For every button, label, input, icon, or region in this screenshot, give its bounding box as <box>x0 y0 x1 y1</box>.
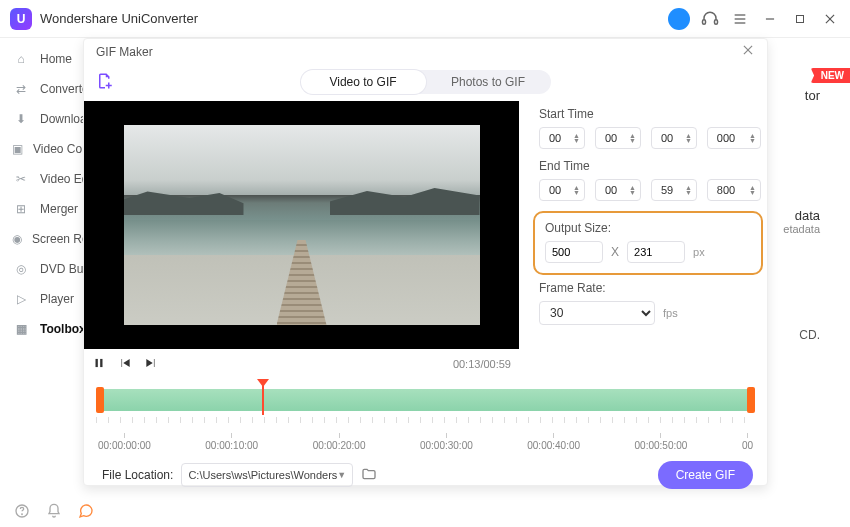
size-separator: X <box>611 245 619 259</box>
start-hour-stepper[interactable]: ▲▼ <box>539 127 585 149</box>
bg-cd-fragment: CD. <box>799 328 820 342</box>
bg-text-fragment: tor <box>805 88 820 103</box>
fps-unit-label: fps <box>663 307 678 319</box>
output-size-label: Output Size: <box>545 221 751 235</box>
timeline-start-handle[interactable] <box>96 387 104 413</box>
scissors-icon: ✂ <box>12 172 30 186</box>
start-sec-input[interactable] <box>656 132 678 144</box>
end-ms-stepper[interactable]: ▲▼ <box>707 179 761 201</box>
convert-icon: ⇄ <box>12 82 30 96</box>
create-gif-button[interactable]: Create GIF <box>658 461 753 489</box>
start-ms-stepper[interactable]: ▲▼ <box>707 127 761 149</box>
prev-frame-button[interactable] <box>118 356 132 373</box>
end-min-input[interactable] <box>600 184 622 196</box>
video-preview <box>84 101 519 349</box>
window-close-button[interactable] <box>820 9 840 29</box>
play-icon: ▷ <box>12 292 30 306</box>
tab-video-to-gif[interactable]: Video to GIF <box>301 70 426 94</box>
window-maximize-button[interactable] <box>790 9 810 29</box>
timeline-end-handle[interactable] <box>747 387 755 413</box>
output-size-highlight: Output Size: X px <box>533 211 763 275</box>
end-min-stepper[interactable]: ▲▼ <box>595 179 641 201</box>
size-unit-label: px <box>693 246 705 258</box>
sidebar-item-label: Player <box>40 292 74 306</box>
frame-rate-label: Frame Rate: <box>539 281 761 295</box>
window-minimize-button[interactable] <box>760 9 780 29</box>
file-location-select[interactable]: C:\Users\ws\Pictures\Wonders ▼ <box>181 463 353 487</box>
end-sec-stepper[interactable]: ▲▼ <box>651 179 697 201</box>
sidebar-item-label: Home <box>40 52 72 66</box>
record-icon: ◉ <box>12 232 22 246</box>
home-icon: ⌂ <box>12 52 30 66</box>
download-icon: ⬇ <box>12 112 30 126</box>
tick-label: 00:00:30:00 <box>420 433 473 451</box>
end-hour-input[interactable] <box>544 184 566 196</box>
file-location-label: File Location: <box>102 468 173 482</box>
tick-label: 00 <box>742 433 753 451</box>
timeline-ticks: 00:00:00:00 00:00:10:00 00:00:20:00 00:0… <box>96 433 755 451</box>
modal-title: GIF Maker <box>96 45 153 59</box>
sidebar-item-label: Toolbox <box>40 322 86 336</box>
modal-close-button[interactable] <box>741 43 755 61</box>
feedback-icon[interactable] <box>78 503 94 522</box>
bg-meta-sub: etadata <box>783 223 820 235</box>
frame-rate-select[interactable]: 30 <box>539 301 655 325</box>
add-file-icon[interactable] <box>96 72 116 92</box>
svg-rect-6 <box>797 15 804 22</box>
start-sec-stepper[interactable]: ▲▼ <box>651 127 697 149</box>
pause-button[interactable] <box>92 356 106 373</box>
start-min-input[interactable] <box>600 132 622 144</box>
start-ms-input[interactable] <box>712 132 740 144</box>
mode-tabs: Video to GIF Photos to GIF <box>301 70 551 94</box>
svg-point-10 <box>22 514 23 515</box>
start-hour-input[interactable] <box>544 132 566 144</box>
sidebar-item-label: Merger <box>40 202 78 216</box>
merge-icon: ⊞ <box>12 202 30 216</box>
next-frame-button[interactable] <box>144 356 158 373</box>
tick-label: 00:00:20:00 <box>313 433 366 451</box>
tick-label: 00:00:50:00 <box>635 433 688 451</box>
app-logo: U <box>10 8 32 30</box>
tick-label: 00:00:00:00 <box>98 433 151 451</box>
end-hour-stepper[interactable]: ▲▼ <box>539 179 585 201</box>
menu-icon[interactable] <box>730 9 750 29</box>
svg-rect-14 <box>100 358 102 366</box>
timeline-range <box>96 389 755 411</box>
output-height-input[interactable] <box>627 241 685 263</box>
chevron-down-icon: ▼ <box>337 470 346 480</box>
end-time-label: End Time <box>539 159 761 173</box>
video-time-display: 00:13/00:59 <box>453 358 511 370</box>
help-icon[interactable] <box>14 503 30 522</box>
app-title: Wondershare UniConverter <box>40 11 198 26</box>
tick-label: 00:00:40:00 <box>527 433 580 451</box>
open-folder-icon[interactable] <box>361 466 377 485</box>
start-time-label: Start Time <box>539 107 761 121</box>
timeline-playhead[interactable] <box>257 379 269 393</box>
tick-label: 00:00:10:00 <box>205 433 258 451</box>
toolbox-icon: ▦ <box>12 322 30 336</box>
svg-rect-1 <box>715 19 718 24</box>
file-location-value: C:\Users\ws\Pictures\Wonders <box>188 469 337 481</box>
start-min-stepper[interactable]: ▲▼ <box>595 127 641 149</box>
gif-maker-modal: GIF Maker Video to GIF Photos to GIF <box>83 38 768 486</box>
compress-icon: ▣ <box>12 142 23 156</box>
tab-photos-to-gif[interactable]: Photos to GIF <box>426 70 551 94</box>
end-ms-input[interactable] <box>712 184 740 196</box>
headset-icon[interactable] <box>700 9 720 29</box>
disc-icon: ◎ <box>12 262 30 276</box>
timeline[interactable] <box>96 385 755 415</box>
svg-rect-0 <box>703 19 706 24</box>
end-sec-input[interactable] <box>656 184 678 196</box>
svg-rect-13 <box>96 358 98 366</box>
bell-icon[interactable] <box>46 503 62 522</box>
new-badge: NEW <box>811 68 850 83</box>
bg-meta-title: data <box>783 208 820 223</box>
user-avatar[interactable] <box>668 8 690 30</box>
output-width-input[interactable] <box>545 241 603 263</box>
timeline-minor-ticks <box>96 417 755 423</box>
